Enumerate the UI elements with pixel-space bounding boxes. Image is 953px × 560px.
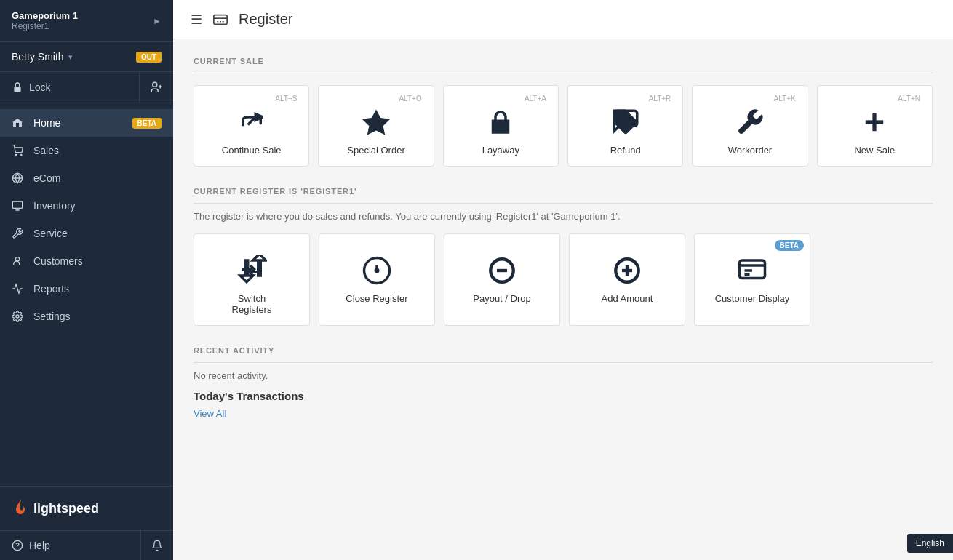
- switch-registers-label: Switch Registers: [232, 293, 272, 315]
- close-register-icon: [362, 255, 392, 286]
- home-beta-badge: BETA: [132, 118, 162, 129]
- page-title: Register: [239, 11, 292, 28]
- switch-registers-card[interactable]: Switch Registers: [194, 233, 310, 326]
- sidebar-logo: lightspeed: [0, 486, 173, 530]
- svg-rect-8: [12, 201, 22, 208]
- add-amount-icon: [612, 255, 642, 286]
- recent-activity-section-title: RECENT ACTIVITY: [194, 346, 933, 363]
- lock-label: Lock: [29, 81, 51, 93]
- register-icon: [212, 12, 228, 28]
- help-icon: [12, 540, 23, 551]
- payout-drop-card[interactable]: Payout / Drop: [444, 233, 560, 326]
- reports-icon: [12, 283, 26, 295]
- logo-text: lightspeed: [33, 501, 99, 516]
- continue-sale-card[interactable]: ALT+S Continue Sale: [194, 85, 309, 167]
- continue-sale-shortcut: ALT+S: [275, 95, 297, 103]
- language-badge[interactable]: English: [907, 534, 953, 553]
- refund-label: Refund: [610, 145, 641, 156]
- workorder-label: Workorder: [728, 145, 772, 156]
- svg-rect-0: [14, 87, 20, 92]
- svg-point-22: [375, 269, 378, 272]
- new-sale-card[interactable]: ALT+N New Sale: [817, 85, 933, 167]
- continue-sale-label: Continue Sale: [222, 145, 282, 156]
- customer-display-icon: [737, 255, 767, 286]
- user-name-label: Betty Smith: [12, 51, 64, 63]
- add-amount-label: Add Amount: [602, 293, 653, 304]
- sidebar-header[interactable]: Gameporium 1 Register1 ►: [0, 0, 173, 42]
- svg-rect-13: [214, 15, 227, 24]
- transactions-title: Today's Transactions: [194, 390, 933, 402]
- notifications-button[interactable]: [141, 531, 173, 560]
- svg-point-9: [15, 257, 19, 261]
- svg-point-6: [21, 154, 22, 155]
- register-info-text: The register is where you do sales and r…: [194, 211, 933, 222]
- ecom-icon: [12, 172, 26, 184]
- view-all-link[interactable]: View All: [194, 408, 226, 419]
- sidebar-item-inventory-label: Inventory: [33, 200, 162, 212]
- new-sale-icon: [859, 107, 890, 137]
- service-icon: [12, 228, 26, 239]
- lock-button[interactable]: Lock: [0, 72, 140, 103]
- lock-icon: [12, 81, 23, 93]
- sidebar-bottom: Help: [0, 530, 173, 560]
- sidebar-item-customers-label: Customers: [33, 255, 162, 267]
- workorder-icon: [735, 107, 765, 137]
- payout-drop-icon: [487, 255, 517, 286]
- new-sale-shortcut: ALT+N: [898, 95, 920, 103]
- customer-display-card[interactable]: BETA Customer Display: [694, 233, 810, 326]
- svg-marker-14: [362, 110, 391, 135]
- special-order-shortcut: ALT+O: [399, 95, 421, 103]
- close-register-card[interactable]: Close Register: [319, 233, 435, 326]
- current-sale-cards: ALT+S Continue Sale: [194, 85, 933, 167]
- user-status-badge: OUT: [136, 52, 162, 63]
- sidebar-item-ecom[interactable]: eCom: [0, 164, 173, 192]
- svg-point-5: [15, 154, 16, 155]
- svg-point-10: [16, 315, 19, 318]
- topbar: ☰ Register: [173, 0, 953, 39]
- home-icon: [12, 117, 26, 129]
- help-label: Help: [29, 540, 50, 551]
- flame-icon: [12, 498, 28, 519]
- svg-point-1: [153, 82, 157, 87]
- lock-row: Lock: [0, 72, 173, 103]
- settings-icon: [12, 311, 26, 322]
- workorder-shortcut: ALT+K: [774, 95, 796, 103]
- layaway-card[interactable]: ALT+A Layaway: [443, 85, 559, 167]
- sidebar-item-settings-label: Settings: [33, 311, 162, 322]
- layaway-icon: [485, 107, 516, 137]
- sidebar-item-settings[interactable]: Settings: [0, 303, 173, 330]
- sidebar-item-reports-label: Reports: [33, 283, 162, 295]
- hamburger-menu-icon[interactable]: ☰: [191, 12, 202, 28]
- customers-icon: [12, 255, 26, 267]
- sidebar-item-reports[interactable]: Reports: [0, 275, 173, 303]
- layaway-label: Layaway: [482, 145, 519, 156]
- sidebar-nav: Home BETA Sales eCom Inventory: [0, 103, 173, 486]
- content-area: CURRENT SALE ALT+S: [173, 39, 953, 560]
- special-order-icon: [361, 107, 391, 137]
- chevron-right-icon: ►: [153, 16, 162, 26]
- sidebar-item-home-label: Home: [33, 117, 125, 129]
- sidebar-item-service[interactable]: Service: [0, 220, 173, 247]
- sidebar-item-service-label: Service: [33, 228, 162, 239]
- no-activity-text: No recent activity.: [194, 370, 933, 381]
- sidebar-item-home[interactable]: Home BETA: [0, 109, 173, 137]
- sidebar-item-inventory[interactable]: Inventory: [0, 192, 173, 220]
- store-name: Gameporium 1: [12, 10, 78, 21]
- add-amount-card[interactable]: Add Amount: [569, 233, 685, 326]
- sidebar-item-sales-label: Sales: [33, 145, 162, 156]
- refund-card[interactable]: ALT+R Refund: [567, 85, 683, 167]
- add-user-button[interactable]: [140, 72, 173, 103]
- svg-rect-4: [16, 123, 19, 127]
- customer-display-label: Customer Display: [715, 293, 790, 304]
- sidebar-item-customers[interactable]: Customers: [0, 247, 173, 275]
- user-row: Betty Smith ▾ OUT: [0, 42, 173, 72]
- user-name-display[interactable]: Betty Smith ▾: [12, 51, 73, 63]
- close-register-label: Close Register: [346, 293, 407, 304]
- special-order-card[interactable]: ALT+O Special Order: [318, 85, 434, 167]
- sidebar-item-sales[interactable]: Sales: [0, 137, 173, 164]
- sales-icon: [12, 145, 26, 156]
- main-content: ☰ Register CURRENT SALE ALT+S: [173, 0, 953, 560]
- workorder-card[interactable]: ALT+K Workorder: [692, 85, 808, 167]
- help-button[interactable]: Help: [0, 531, 141, 560]
- refund-shortcut: ALT+R: [649, 95, 671, 103]
